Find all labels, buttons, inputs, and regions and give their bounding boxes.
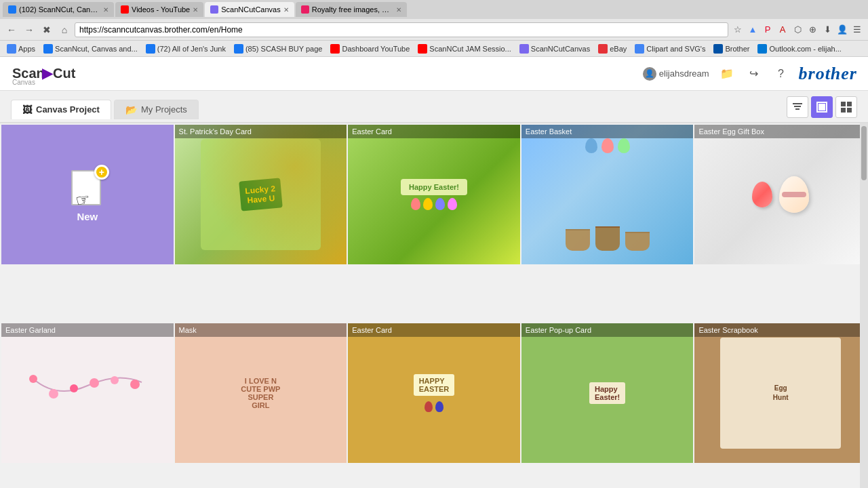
bookmark-jens-junk-label: (72) All of Jen's Junk (157, 45, 226, 53)
tab-label-youtube: Videos - YouTube (132, 5, 190, 14)
tab-close-facebook[interactable]: ✕ (103, 6, 108, 14)
tab-facebook[interactable]: (102) ScanNCut, Canvas... ✕ (3, 2, 114, 17)
svg-rect-10 (847, 102, 852, 106)
tab-close-royalty[interactable]: ✕ (396, 6, 401, 14)
bookmark-dashboard-youtube[interactable]: Dashboard YouTube (328, 43, 412, 54)
tab-favicon-royalty (301, 5, 309, 14)
tab-youtube[interactable]: Videos - YouTube ✕ (115, 2, 203, 17)
bookmark-scash[interactable]: (85) SCASH BUY page (231, 43, 326, 54)
main-wrapper: 🖼 Canvas Project 📂 My Projects (0, 91, 868, 488)
bookmark-dashboard-label: Dashboard YouTube (342, 45, 410, 53)
app-header: Scan ▶ Cut Canvas 👤 elijahsdream 📁 ↪ ? b… (0, 57, 868, 91)
scrollbar-track[interactable] (860, 123, 868, 488)
new-label: New (77, 211, 98, 222)
svg-point-17 (111, 376, 119, 384)
tab-my-projects[interactable]: 📂 My Projects (114, 100, 199, 119)
logout-icon[interactable]: ↪ (745, 64, 764, 83)
filter-button[interactable] (787, 96, 808, 118)
cell-label-mask: Mask (175, 323, 347, 337)
ext-icon1[interactable]: ⬡ (791, 23, 804, 37)
project-tabs-bar: 🖼 Canvas Project 📂 My Projects (0, 91, 868, 123)
new-project-cell[interactable]: + ☞ New (1, 125, 174, 264)
svg-rect-4 (793, 103, 802, 104)
bookmark-apps[interactable]: Apps (4, 43, 38, 54)
brother-logo: brother (799, 64, 857, 84)
cell-label-easter-card-1: Easter Card (348, 125, 520, 138)
ext-icon2[interactable]: ⊕ (806, 23, 819, 37)
tab-scanncutcanvas[interactable]: ScanNCutCanvas ✕ (205, 2, 294, 17)
svg-rect-8 (818, 104, 825, 110)
project-stpatrick[interactable]: Lucky 2Have U St. Patrick's Day Card (175, 125, 347, 264)
tab-favicon-youtube (121, 5, 129, 14)
bookmark-outlook-label: Outlook.com - elijah... (769, 45, 841, 53)
canvas-project-icon: 🖼 (22, 104, 32, 115)
garland-svg (26, 365, 149, 420)
header-right: 👤 elijahsdream 📁 ↪ ? brother (643, 64, 857, 84)
bookmark-jens-junk[interactable]: (72) All of Jen's Junk (143, 43, 229, 54)
home-button[interactable]: ⌂ (57, 22, 72, 37)
grid-view-icon (840, 101, 852, 113)
view-toggle (787, 96, 857, 122)
address-bar[interactable] (75, 22, 728, 37)
menu-icon[interactable]: ☰ (850, 23, 864, 37)
svg-text:Canvas: Canvas (12, 79, 35, 86)
single-view-icon (816, 101, 828, 113)
project-mask[interactable]: I LOVE NCUTE PWPSUPERGIRL Mask (175, 323, 347, 463)
project-popup[interactable]: HappyEaster! Easter Pop-up Card (521, 323, 694, 463)
help-icon[interactable]: ? (772, 64, 791, 83)
username: elijahsdream (659, 68, 709, 79)
tab-royalty[interactable]: Royalty free images, pho... ✕ (296, 2, 407, 17)
cell-label-stpatrick: St. Patrick's Day Card (175, 125, 347, 138)
bookmark-clipart-label: Clipart and SVG's (646, 45, 705, 53)
scrollbar-thumb[interactable] (861, 126, 867, 180)
svg-rect-9 (841, 102, 846, 106)
svg-rect-5 (794, 106, 801, 107)
project-egg-box[interactable]: Easter Egg Gift Box (694, 125, 867, 264)
svg-point-18 (130, 380, 140, 389)
acrobat-icon[interactable]: A (776, 23, 789, 37)
svg-point-15 (70, 384, 78, 392)
forward-button[interactable]: → (22, 22, 37, 37)
grid-view-button[interactable] (835, 96, 857, 118)
bookmark-outlook[interactable]: Outlook.com - elijah... (755, 43, 844, 54)
single-view-button[interactable] (811, 96, 833, 118)
project-scrapbook[interactable]: Egg Hunt Easter Scrapbook (694, 323, 867, 463)
svg-rect-11 (841, 108, 846, 113)
tab-label-facebook: (102) ScanNCut, Canvas... (19, 5, 100, 14)
tab-close-scanncutcanvas[interactable]: ✕ (283, 6, 289, 14)
star-icon[interactable]: ☆ (731, 23, 745, 37)
tab-close-youtube[interactable]: ✕ (193, 6, 198, 14)
svg-text:Cut: Cut (53, 66, 76, 81)
tabs-left: 🖼 Canvas Project 📂 My Projects (11, 100, 199, 119)
cell-label-egg-box: Easter Egg Gift Box (694, 125, 867, 138)
project-easter-card-2[interactable]: HAPPYEASTER Easter Card (348, 323, 520, 463)
tab-canvas-project[interactable]: 🖼 Canvas Project (11, 100, 111, 119)
tab-favicon-facebook (8, 5, 16, 14)
svg-rect-6 (795, 108, 800, 110)
bookmark-ebay[interactable]: eBay (595, 43, 629, 54)
pinterest-icon[interactable]: P (761, 23, 774, 37)
gdrive-icon[interactable]: ▲ (746, 23, 760, 37)
project-garland[interactable]: Easter Garland (1, 323, 174, 463)
profile-icon[interactable]: 👤 (835, 23, 849, 37)
bookmark-scanncut2[interactable]: ScanNCutCanvas (517, 43, 593, 54)
bookmark-brother[interactable]: Brother (711, 43, 752, 54)
my-projects-label: My Projects (141, 104, 187, 115)
folder-icon[interactable]: 📁 (717, 64, 736, 83)
project-basket[interactable]: Easter Basket (521, 125, 694, 264)
bookmark-jam[interactable]: ScanNCut JAM Sessio... (415, 43, 513, 54)
bookmark-scanncut2-label: ScanNCutCanvas (531, 45, 590, 53)
cell-label-easter-card-2: Easter Card (348, 323, 520, 337)
bookmark-ebay-label: eBay (610, 45, 627, 53)
bookmark-clipart[interactable]: Clipart and SVG's (632, 43, 708, 54)
project-easter-card-1[interactable]: Happy Easter! Easter Card (348, 125, 520, 264)
bookmark-scanncutcanvas[interactable]: ScanNcut, Canvas and... (41, 43, 140, 54)
svg-text:▶: ▶ (42, 66, 54, 81)
cursor-hand-icon: ☞ (74, 189, 92, 210)
download-icon[interactable]: ⬇ (821, 23, 834, 37)
user-avatar: 👤 (643, 67, 656, 81)
tab-label-royalty: Royalty free images, pho... (312, 5, 393, 14)
svg-rect-12 (847, 108, 852, 113)
back-button[interactable]: ← (4, 22, 19, 37)
reload-button[interactable]: ✖ (39, 22, 54, 37)
